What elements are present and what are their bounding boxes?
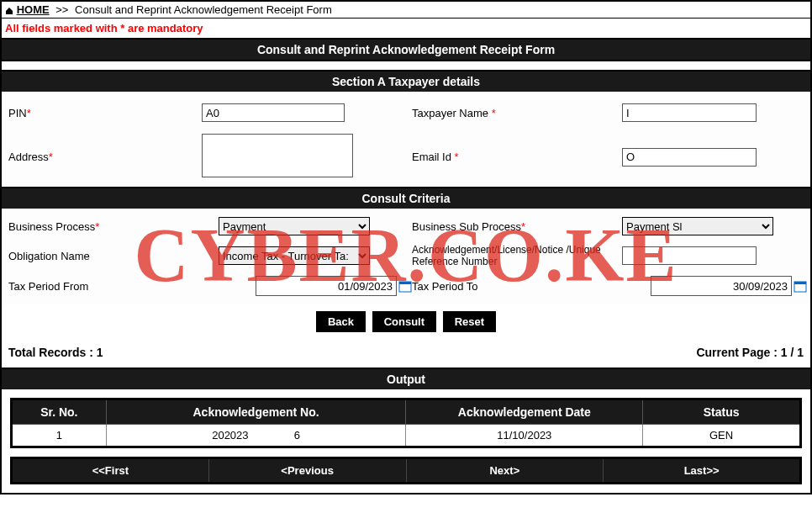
total-records: Total Records : 1 <box>8 346 103 359</box>
email-input[interactable] <box>622 148 757 167</box>
period-from-input[interactable] <box>256 276 397 296</box>
cell-ack: 202023 6 <box>106 425 406 447</box>
business-process-select[interactable]: Payment <box>219 217 370 235</box>
svg-rect-1 <box>399 282 411 284</box>
table-row[interactable]: 1 202023 6 11/10/2023 GEN <box>12 425 801 447</box>
cell-sr: 1 <box>12 425 107 447</box>
calendar-icon[interactable] <box>398 279 412 293</box>
pager-last[interactable]: Last>> <box>604 458 801 484</box>
business-sub-process-label: Business Sub Process* <box>412 220 622 233</box>
back-button[interactable]: Back <box>316 311 366 332</box>
col-date: Acknowledgement Date <box>406 399 643 425</box>
col-status: Status <box>643 399 801 425</box>
pager-prev[interactable]: <Previous <box>208 458 406 484</box>
period-to-input[interactable] <box>651 276 792 296</box>
business-sub-process-select[interactable]: Payment Sl <box>622 217 773 235</box>
breadcrumb-sep: >> <box>52 3 71 16</box>
calendar-icon[interactable] <box>794 279 807 293</box>
home-icon <box>5 7 13 15</box>
col-sr: Sr. No. <box>12 399 107 425</box>
ref-label: Acknowledgement/License/Notice /Unique R… <box>412 244 622 267</box>
col-ack: Acknowledgement No. <box>106 399 406 425</box>
pin-input[interactable] <box>202 103 345 122</box>
email-label: Email Id * <box>412 151 622 163</box>
consult-button[interactable]: Consult <box>372 311 436 332</box>
pin-label: PIN* <box>8 107 202 119</box>
address-input[interactable] <box>202 134 353 177</box>
section-a-header: Section A Taxpayer details <box>2 70 810 92</box>
address-label: Address* <box>8 151 202 163</box>
period-from-label: Tax Period From <box>8 280 219 293</box>
page-title: Consult and Reprint Acknowledgement Rece… <box>2 38 810 60</box>
current-page: Current Page : 1 / 1 <box>696 346 804 359</box>
breadcrumb-current: Consult and Reprint Acknowledgement Rece… <box>75 3 332 16</box>
reset-button[interactable]: Reset <box>443 311 496 332</box>
business-process-label: Business Process* <box>8 220 219 233</box>
breadcrumb: HOME >> Consult and Reprint Acknowledgem… <box>2 2 810 19</box>
obligation-label: Obligation Name <box>8 250 219 262</box>
output-table: Sr. No. Acknowledgement No. Acknowledgem… <box>10 398 802 448</box>
taxpayer-name-label: Taxpayer Name * <box>412 107 622 119</box>
ref-input[interactable] <box>622 246 757 265</box>
pager-next[interactable]: Next> <box>406 458 604 484</box>
output-header: Output <box>2 368 810 389</box>
home-link[interactable]: HOME <box>17 3 50 16</box>
cell-status: GEN <box>643 425 801 447</box>
pager-first[interactable]: <<First <box>12 458 209 484</box>
mandatory-note: All fields marked with * are mandatory <box>2 19 810 38</box>
period-to-label: Tax Period To <box>412 280 622 293</box>
obligation-select[interactable]: Income Tax - Turnover Ta: <box>219 246 370 265</box>
pager: <<First <Previous Next> Last>> <box>10 457 802 484</box>
consult-criteria-header: Consult Criteria <box>2 187 810 209</box>
cell-date: 11/10/2023 <box>406 425 643 447</box>
taxpayer-name-input[interactable] <box>622 103 757 122</box>
svg-rect-3 <box>794 282 806 284</box>
